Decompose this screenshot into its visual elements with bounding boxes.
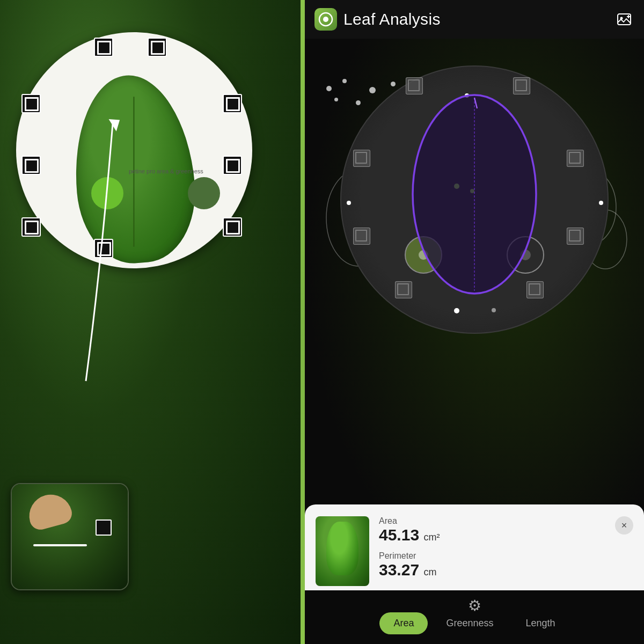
svg-point-2 [323, 17, 328, 22]
result-data: Area 45.13 cm² Perimeter 33.27 cm [379, 516, 605, 586]
dark-color-reference [188, 177, 220, 209]
inset-content [12, 484, 128, 589]
leaf-thumbnail [316, 516, 369, 586]
add-image-button[interactable] [614, 9, 634, 30]
left-panel: petine pro area & greenness [0, 0, 301, 644]
bg-dot-1 [326, 86, 332, 91]
app-icon [314, 8, 337, 31]
perimeter-number: 33.27 [379, 561, 419, 579]
area-number: 45.13 [379, 526, 419, 544]
close-button[interactable]: × [615, 516, 633, 535]
green-color-reference [91, 177, 123, 209]
header-left: Leaf Analysis [314, 8, 441, 31]
finger-detail [25, 490, 75, 532]
qr-marker-1 [94, 38, 113, 57]
tab-area[interactable]: Area [379, 612, 428, 634]
perimeter-label: Perimeter [379, 551, 605, 561]
qr-marker-6 [223, 156, 242, 175]
right-panel: Leaf Analysis [305, 0, 644, 644]
app-header: Leaf Analysis [305, 0, 644, 39]
scale-line [33, 544, 87, 546]
perimeter-unit: cm [423, 567, 436, 577]
qr-marker-8 [223, 217, 242, 237]
qr-marker-3 [21, 94, 41, 113]
area-value: 45.13 cm² [379, 526, 605, 544]
area-label: Area [379, 516, 605, 526]
perimeter-value: 33.27 cm [379, 561, 605, 579]
result-card-inner: Area 45.13 cm² Perimeter 33.27 cm × [316, 516, 633, 586]
bottom-toolbar: ⚙ Area Greenness Length [305, 590, 644, 644]
panel-separator [301, 0, 305, 644]
qr-marker-9 [94, 239, 113, 258]
qr-marker-2 [148, 38, 167, 57]
area-unit: cm² [423, 532, 440, 543]
bg-dot-12 [334, 98, 338, 101]
tab-length[interactable]: Length [512, 612, 569, 634]
qr-marker-7 [21, 217, 41, 237]
area-metric: Area 45.13 cm² [379, 516, 605, 544]
qr-marker-4 [223, 94, 242, 113]
leaf-analysis-outline [340, 65, 609, 334]
inset-qr-marker [96, 519, 112, 536]
zoomed-inset [11, 483, 129, 590]
perimeter-metric: Perimeter 33.27 cm [379, 551, 605, 579]
header-title: Leaf Analysis [343, 10, 441, 28]
qr-marker-5 [21, 156, 41, 175]
measurement-disc: petine pro area & greenness [16, 32, 252, 268]
petine-label: petine pro area & greenness [129, 168, 203, 174]
tab-buttons: Area Greenness Length [379, 612, 569, 634]
tab-greenness[interactable]: Greenness [432, 612, 507, 634]
leaf-thumb-image [326, 522, 358, 575]
